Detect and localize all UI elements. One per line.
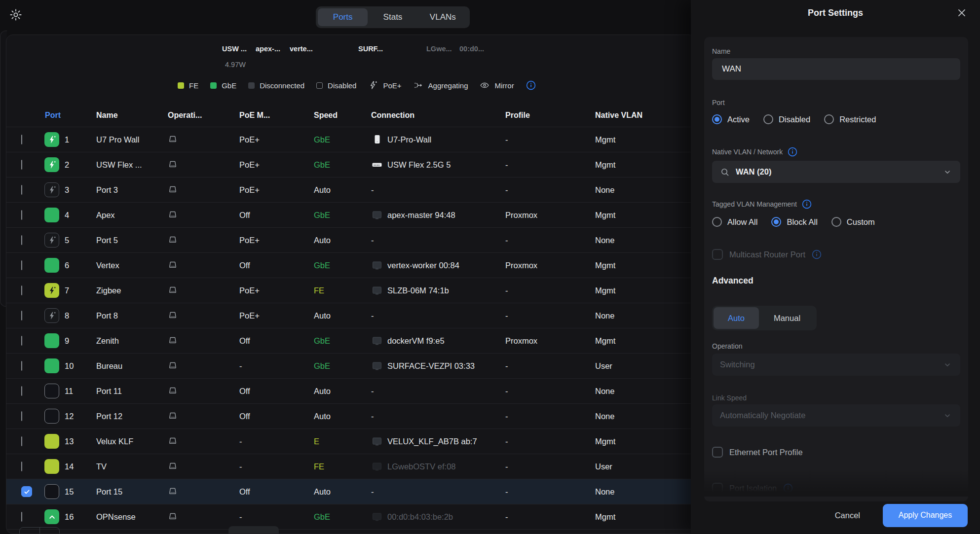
port-name: U7 Pro Wall bbox=[89, 135, 159, 144]
column-header-connection[interactable]: Connection bbox=[364, 111, 497, 120]
native-vlan: None bbox=[586, 412, 695, 421]
port-state-radio-group: ActiveDisabledRestricted bbox=[712, 113, 960, 126]
name-input[interactable] bbox=[712, 58, 960, 80]
column-header-name[interactable]: Name bbox=[89, 111, 159, 120]
row-checkbox[interactable] bbox=[21, 135, 22, 144]
radio-label: Custom bbox=[847, 217, 875, 227]
operation-device-icon bbox=[159, 234, 231, 246]
info-icon[interactable] bbox=[812, 249, 822, 259]
column-header-profile[interactable]: Profile bbox=[497, 111, 586, 120]
tab-stats[interactable]: Stats bbox=[368, 8, 417, 26]
operation-device-icon bbox=[159, 461, 231, 472]
row-checkbox[interactable] bbox=[21, 486, 32, 497]
toggle-manual[interactable]: Manual bbox=[759, 307, 815, 329]
row-checkbox[interactable] bbox=[21, 361, 22, 371]
link-speed-select[interactable]: Automatically Negotiate bbox=[712, 404, 960, 427]
port-isolation-checkbox[interactable] bbox=[712, 483, 723, 494]
table-header: Port Name Operati... PoE M... Speed Conn… bbox=[6, 107, 695, 124]
port-row-15[interactable]: 15Port 15OffAuto--None bbox=[6, 479, 695, 504]
operation-select[interactable]: Switching bbox=[712, 354, 960, 376]
radio-active[interactable]: Active bbox=[712, 114, 750, 124]
operation-device-icon bbox=[159, 310, 231, 321]
port-row-12[interactable]: 12Port 12OffAuto--None bbox=[6, 403, 695, 428]
port-row-10[interactable]: 10Bureau-GbESURFACE-VEZPI 03:33-User bbox=[6, 353, 695, 378]
port-row-3[interactable]: 3Port 3PoE+Auto--None bbox=[6, 177, 695, 202]
port-status-icon-fe bbox=[44, 434, 59, 449]
legend-label: PoE+ bbox=[383, 81, 401, 90]
port-row-9[interactable]: 9ZenithOffGbEdockerVM f9:e5ProxmoxMgmt bbox=[6, 328, 695, 353]
connection-name: SURFACE-VEZPI 03:33 bbox=[387, 361, 475, 371]
radio-dot-icon bbox=[831, 217, 841, 227]
column-header-poe-mode[interactable]: PoE M... bbox=[231, 111, 305, 120]
table-footer-button-partial[interactable] bbox=[228, 526, 279, 534]
radio-block-all[interactable]: Block All bbox=[771, 217, 817, 227]
speed: Auto bbox=[305, 311, 364, 320]
tab-vlans[interactable]: VLANs bbox=[418, 8, 468, 26]
speed: GbE bbox=[305, 336, 364, 346]
port-name: Port 5 bbox=[89, 236, 159, 245]
apply-changes-button[interactable]: Apply Changes bbox=[883, 504, 968, 527]
radio-restricted[interactable]: Restricted bbox=[824, 114, 876, 124]
settings-gear-icon[interactable] bbox=[9, 8, 23, 22]
row-checkbox[interactable] bbox=[21, 285, 22, 295]
column-header-native-vlan[interactable]: Native VLAN bbox=[586, 111, 695, 120]
cancel-button[interactable]: Cancel bbox=[832, 510, 863, 521]
row-checkbox[interactable] bbox=[21, 386, 22, 396]
native-vlan: None bbox=[586, 236, 695, 245]
port-row-5[interactable]: 5Port 5PoE+Auto--None bbox=[6, 227, 695, 252]
port-row-1[interactable]: 1U7 Pro WallPoE+GbEU7-Pro-Wall-Mgmt bbox=[6, 127, 695, 152]
info-icon[interactable] bbox=[802, 199, 812, 209]
row-checkbox[interactable] bbox=[21, 336, 22, 346]
pagination-control-partial[interactable] bbox=[19, 527, 60, 534]
connection-name: - bbox=[371, 311, 374, 320]
tab-ports[interactable]: Ports bbox=[318, 8, 368, 26]
row-checkbox[interactable] bbox=[21, 260, 22, 270]
multicast-router-port-label: Multicast Router Port bbox=[729, 250, 805, 259]
ethernet-port-profile-checkbox[interactable] bbox=[712, 447, 723, 458]
row-checkbox[interactable] bbox=[21, 512, 22, 522]
poe-mode: PoE+ bbox=[231, 236, 305, 245]
port-row-4[interactable]: 4ApexOffGbEapex-master 94:48ProxmoxMgmt bbox=[6, 202, 695, 227]
speed: FE bbox=[305, 462, 364, 471]
port-number: 12 bbox=[62, 412, 89, 421]
toggle-auto[interactable]: Auto bbox=[714, 307, 759, 329]
column-header-port[interactable]: Port bbox=[41, 111, 89, 120]
row-select-cell bbox=[6, 185, 41, 195]
disabled-swatch bbox=[316, 82, 323, 89]
port-row-14[interactable]: 14TV-FELGwebOSTV ef:08-User bbox=[6, 454, 695, 479]
multicast-router-port-checkbox[interactable] bbox=[712, 249, 723, 260]
radio-disabled[interactable]: Disabled bbox=[763, 114, 810, 124]
column-header-speed[interactable]: Speed bbox=[305, 111, 364, 120]
info-icon[interactable] bbox=[788, 147, 797, 157]
connection-name: - bbox=[371, 412, 374, 421]
port-name: Port 12 bbox=[89, 412, 159, 421]
row-checkbox[interactable] bbox=[21, 185, 22, 195]
row-checkbox[interactable] bbox=[21, 462, 22, 471]
info-icon[interactable] bbox=[526, 80, 536, 90]
radio-custom[interactable]: Custom bbox=[831, 217, 875, 227]
port-row-16[interactable]: 16OPNsense-GbE00:d0:b4:03:be:2b-Mgmt bbox=[6, 504, 695, 529]
legend-label: Disconnected bbox=[260, 81, 304, 90]
port-row-11[interactable]: 11Port 11OffAuto--None bbox=[6, 378, 695, 403]
close-icon[interactable] bbox=[956, 7, 967, 18]
radio-allow-all[interactable]: Allow All bbox=[712, 217, 757, 227]
column-header-operation[interactable]: Operati... bbox=[159, 111, 231, 120]
port-row-2[interactable]: 2USW Flex ...PoE+GbEUSW Flex 2.5G 5-Mgmt bbox=[6, 152, 695, 177]
native-vlan-select[interactable]: WAN (20) bbox=[712, 161, 960, 183]
row-checkbox[interactable] bbox=[21, 235, 22, 245]
speed: GbE bbox=[305, 211, 364, 220]
port-row-6[interactable]: 6VertexOffGbEvertex-worker 00:84ProxmoxM… bbox=[6, 252, 695, 278]
mirror-eye-icon bbox=[480, 80, 490, 90]
connection-cell: LGwebOSTV ef:08 bbox=[364, 461, 497, 472]
row-checkbox[interactable] bbox=[21, 210, 22, 220]
panel-title: Port Settings bbox=[691, 8, 980, 18]
port-row-13[interactable]: 13Velux KLF-EVELUX_KLF_AB7B ab:7-Mgmt bbox=[6, 428, 695, 454]
port-row-8[interactable]: 8Port 8PoE+Auto--None bbox=[6, 303, 695, 328]
row-checkbox[interactable] bbox=[21, 411, 22, 421]
info-icon[interactable] bbox=[783, 483, 793, 493]
port-row-7[interactable]: 7ZigbeePoE+FESLZB-06M 74:1b-Mgmt bbox=[6, 278, 695, 303]
row-checkbox[interactable] bbox=[21, 436, 22, 446]
row-checkbox[interactable] bbox=[21, 160, 22, 170]
row-checkbox[interactable] bbox=[21, 311, 22, 320]
native-vlan-value: WAN (20) bbox=[736, 167, 771, 177]
